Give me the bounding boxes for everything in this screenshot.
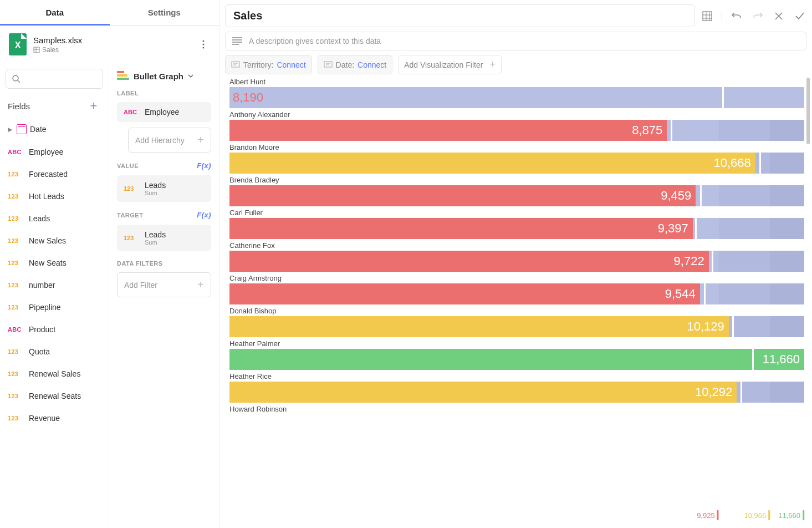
- bullet-row: Anthony Alexander8,875: [229, 110, 804, 141]
- field-item[interactable]: 123Revenue: [0, 407, 109, 429]
- confirm-icon[interactable]: [793, 9, 806, 23]
- redo-icon[interactable]: [751, 9, 764, 23]
- add-visualization-filter-button[interactable]: Add Visualization Filter+: [398, 55, 502, 74]
- tab-data[interactable]: Data: [0, 0, 110, 25]
- bullet-label: Heather Palmer: [229, 339, 804, 348]
- target-tick: [759, 151, 761, 175]
- target-tick: [732, 315, 734, 338]
- field-item[interactable]: 123New Sales: [0, 230, 109, 252]
- undo-icon[interactable]: [730, 9, 743, 23]
- field-label: Product: [29, 325, 55, 334]
- bullet-row: Donald Bishop10,129: [229, 307, 804, 337]
- bullet-fill: 9,459: [229, 185, 696, 206]
- scrollbar[interactable]: [806, 78, 810, 144]
- bullet-bar[interactable]: 11,660: [229, 349, 804, 370]
- chevron-down-icon: [188, 74, 193, 78]
- bullet-label: Craig Armstrong: [229, 274, 804, 282]
- bullet-label: Albert Hunt: [229, 78, 804, 86]
- number-type-icon: 123: [8, 193, 23, 200]
- value-field-chip[interactable]: 123 LeadsSum: [117, 175, 211, 202]
- bullet-bar[interactable]: 9,397: [229, 218, 804, 239]
- legend-item: 9,925: [697, 510, 719, 520]
- tab-settings[interactable]: Settings: [110, 0, 219, 25]
- field-label: Employee: [29, 148, 63, 156]
- bullet-bar[interactable]: 10,129: [229, 316, 804, 337]
- bullet-bar[interactable]: 9,544: [229, 283, 804, 304]
- bullet-bar[interactable]: 9,722: [229, 251, 804, 272]
- number-type-icon: 123: [124, 235, 139, 241]
- datasource-more-icon[interactable]: [197, 38, 210, 51]
- bullet-label: Carl Fuller: [229, 209, 804, 217]
- number-type-icon: 123: [8, 393, 23, 399]
- connect-link[interactable]: Connect: [358, 60, 386, 69]
- svg-point-5: [203, 47, 205, 49]
- fx-button[interactable]: F(x): [197, 211, 211, 219]
- field-item[interactable]: 123Forecasted: [0, 163, 109, 185]
- search-input[interactable]: [6, 69, 103, 89]
- fields-header: Fields: [8, 101, 30, 111]
- datasource-sheet: Sales: [33, 46, 82, 54]
- field-label: Leads: [29, 214, 50, 223]
- filter-icon: [324, 61, 333, 69]
- field-item[interactable]: 123number: [0, 274, 109, 296]
- bullet-label: Brenda Bradley: [229, 176, 804, 184]
- target-tick: [722, 86, 724, 109]
- bullet-bar[interactable]: 8,190: [229, 87, 804, 108]
- field-label: New Seats: [29, 258, 67, 267]
- target-tick: [740, 380, 742, 404]
- field-label: Renewal Seats: [29, 392, 81, 400]
- connect-link[interactable]: Connect: [277, 60, 305, 69]
- date-filter[interactable]: Date: Connect: [318, 55, 393, 74]
- description-icon: [232, 37, 242, 45]
- svg-rect-18: [324, 62, 332, 67]
- field-label: Hot Leads: [29, 192, 64, 201]
- visualization-type-picker[interactable]: Bullet Graph: [117, 71, 211, 81]
- add-filter-button[interactable]: Add Filter+: [117, 272, 211, 297]
- target-tick: [752, 348, 754, 371]
- target-tick: [712, 250, 713, 273]
- grid-view-icon[interactable]: [701, 9, 714, 23]
- filter-icon: [231, 61, 240, 69]
- field-item[interactable]: 123Hot Leads: [0, 185, 109, 207]
- bullet-bar[interactable]: 9,459: [229, 185, 804, 206]
- bullet-row: Carl Fuller9,397: [229, 209, 804, 239]
- datasource-row: Samples.xlsx Sales: [0, 26, 219, 63]
- bullet-row: Howard Robinson: [229, 405, 804, 413]
- close-icon[interactable]: [772, 9, 785, 23]
- territory-filter[interactable]: Territory: Connect: [225, 55, 312, 74]
- number-type-icon: 123: [8, 215, 23, 222]
- visualization-title-input[interactable]: [225, 4, 695, 27]
- legend-item: 10,966: [744, 510, 770, 520]
- text-type-icon: ABC: [8, 149, 23, 155]
- bullet-row: Brenda Bradley9,459: [229, 176, 804, 206]
- field-item[interactable]: 123Pipepline: [0, 296, 109, 318]
- bullet-bar[interactable]: 10,292: [229, 382, 804, 403]
- bullet-bar[interactable]: 8,875: [229, 120, 804, 141]
- number-type-icon: 123: [8, 237, 23, 244]
- section-label: LABEL: [117, 90, 211, 97]
- bullet-label: Brandon Moore: [229, 143, 804, 151]
- field-item[interactable]: 123Renewal Seats: [0, 385, 109, 407]
- fx-button[interactable]: F(x): [197, 161, 211, 170]
- field-item[interactable]: 123Leads: [0, 207, 109, 230]
- add-field-button[interactable]: +: [86, 99, 101, 113]
- svg-point-4: [203, 44, 205, 45]
- description-input[interactable]: A description gives context to this data: [225, 32, 806, 50]
- add-hierarchy-button[interactable]: Add Hierarchy+: [128, 128, 211, 153]
- field-item[interactable]: 123Quota: [0, 341, 109, 363]
- target-tick: [695, 217, 697, 240]
- bullet-bar[interactable]: 10,668: [229, 153, 804, 174]
- svg-point-3: [203, 40, 205, 42]
- number-type-icon: 123: [8, 370, 23, 377]
- field-item[interactable]: ABCProduct: [0, 318, 109, 341]
- field-item[interactable]: ABCEmployee: [0, 141, 109, 163]
- datasource-title: Samples.xlsx: [33, 35, 82, 45]
- number-type-icon: 123: [8, 171, 23, 177]
- field-item[interactable]: 123New Seats: [0, 252, 109, 274]
- target-field-chip[interactable]: 123 LeadsSum: [117, 225, 211, 251]
- label-field-chip[interactable]: ABC Employee: [117, 102, 211, 122]
- number-type-icon: 123: [8, 415, 23, 422]
- field-item[interactable]: 123Renewal Sales: [0, 363, 109, 385]
- bullet-fill: 8,875: [229, 120, 667, 141]
- field-item-date[interactable]: ▶Date: [0, 118, 109, 141]
